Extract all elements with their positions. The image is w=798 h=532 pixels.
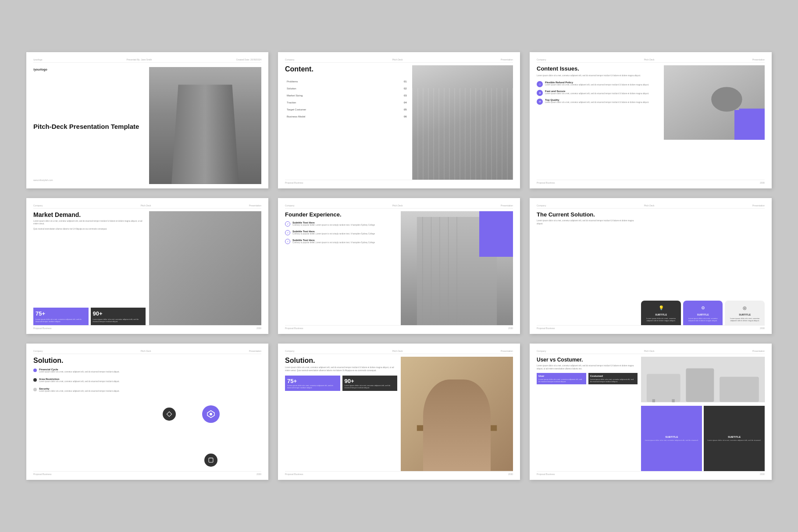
slide-8: Company Pitch Deck Presentation Solution… — [278, 344, 520, 480]
svg-rect-41 — [672, 399, 675, 402]
stat-card-1: 75+ Lorem ipsum dolor sit a met, connetu… — [33, 308, 89, 325]
slide-5-footer: Proposal Business 2030 — [285, 325, 513, 330]
building-graphic — [149, 67, 261, 184]
svg-point-3 — [711, 87, 742, 112]
slide-9-left: User vs Costumer. Lorem ipsum dolor sit … — [537, 357, 638, 471]
svg-rect-29 — [417, 426, 497, 431]
slide-2-footer: Proposal Business — [285, 180, 513, 184]
slide-4-image — [149, 211, 261, 326]
slide-9-title: User vs Costumer. — [537, 357, 638, 363]
slide-8-stats: 75+ Lorem ipsum dolor sit a met, connetu… — [285, 376, 397, 391]
people-image — [401, 357, 513, 471]
building-image-3 — [401, 211, 513, 326]
slide-8-image — [401, 357, 513, 471]
check-icon-1: ✓ — [285, 221, 290, 227]
svg-point-30 — [435, 398, 456, 419]
solution-text-2: Area Restriction Lorem ipsum dolor sit a… — [39, 378, 120, 383]
check-icon-3: ✓ — [285, 239, 290, 244]
feature-text-3: Top Quality Lorem ipsum dolor sit a met,… — [545, 99, 649, 104]
slide-2-image — [412, 65, 513, 180]
slide-2-presentation: Presentation — [501, 58, 513, 61]
slide-4: Company Pitch Deck Presentation Market D… — [26, 198, 268, 334]
slide-6-body: The Current Solution. Lorem ipsum dolor … — [537, 211, 765, 326]
gear-icon: ⚙ — [699, 304, 707, 312]
bulb-icon: 💡 — [657, 304, 665, 312]
feature-text-2: Fast and Secure Lorem ipsum dolor sit a … — [545, 90, 649, 95]
solution-text-3: Security Lorem ipsum dolor sit a met, co… — [39, 387, 120, 393]
diagram-left-node — [163, 408, 176, 421]
slide-1: /yourlogo Presented By: Jane Smith Creat… — [26, 52, 268, 188]
solution-card-dark: 💡 SUBTITLE Lorem ipsum dolor sit a met, … — [641, 301, 681, 325]
arch-image — [412, 65, 513, 180]
refund-icon: ◇ — [537, 81, 543, 87]
slide-2-body: Content. Problems01 Solution02 Market Si… — [285, 65, 513, 180]
subtitle-cards: SUBTITLE Lorem ipsum dolor sit a met, co… — [641, 406, 765, 471]
svg-rect-6 — [182, 223, 228, 325]
slide-6-header: Company Pitch Deck Presentation — [537, 204, 765, 209]
slide-9-footer: Proposal Business 2030 — [537, 471, 765, 475]
slide-5-right — [401, 211, 513, 326]
svg-rect-33 — [463, 414, 485, 440]
slide-2-company: Company — [285, 58, 294, 61]
solution-item-2: Area Restriction Lorem ipsum dolor sit a… — [33, 378, 157, 383]
table-row: Traction04 — [286, 99, 408, 106]
solution-item-3: Security Lorem ipsum dolor sit a met, co… — [33, 387, 157, 393]
purple-accent — [479, 211, 513, 257]
feature-item-2: ⊕ Fast and Secure Lorem ipsum dolor sit … — [537, 90, 660, 96]
slide-8-title: Solution. — [285, 357, 397, 365]
svg-marker-25 — [167, 411, 171, 416]
slide-7-left: Solution. Financial Cycle Lorem ipsum do… — [33, 357, 157, 471]
svg-rect-5 — [149, 211, 261, 326]
slide-3-left: Content Issues. Lorem ipsum dolor sit a … — [537, 65, 660, 180]
feature-item-3: ✉ Top Quality Lorem ipsum dolor sit a me… — [537, 99, 660, 105]
svg-rect-38 — [686, 369, 714, 402]
founder-item-2: ✓ Subtitle Text Here Contrary to popular… — [285, 230, 397, 235]
slide-6-right: 💡 SUBTITLE Lorem ipsum dolor sit a met, … — [641, 211, 765, 326]
slide-9: Company Pitch Deck Presentation User vs … — [530, 344, 772, 480]
slide-2-left: Content. Problems01 Solution02 Market Si… — [285, 65, 409, 180]
founder-text-3: Subtitle Text Here Contrary to popular b… — [292, 239, 375, 244]
slide-7: Company Pitch Deck Presentation Solution… — [26, 344, 268, 480]
slide-1-image — [149, 67, 261, 184]
slide-1-url: www.infostylish.com — [33, 179, 146, 181]
slide-2-title: Content. — [285, 65, 409, 73]
brain-icon: ◎ — [741, 304, 749, 312]
table-row: Business Model06 — [286, 113, 408, 120]
slide-3: Company Pitch Deck Presentation Content … — [530, 52, 772, 188]
diagram — [160, 357, 261, 471]
slide-3-title: Content Issues. — [537, 65, 660, 72]
feature-item-1: ◇ Flexible Refund Policy Lorem ipsum dol… — [537, 81, 660, 87]
svg-rect-28 — [401, 357, 513, 471]
slide-3-body: Content Issues. Lorem ipsum dolor sit a … — [537, 65, 765, 180]
svg-rect-37 — [647, 374, 680, 402]
svg-rect-2 — [739, 109, 765, 140]
solution-item-1: Financial Cycle Lorem ipsum dolor sit a … — [33, 368, 157, 373]
slide-5: Company Pitch Deck Presentation Founder … — [278, 198, 520, 334]
slide-9-header: Company Pitch Deck Presentation — [537, 350, 765, 354]
slide-2: Company Pitch Deck Presentation Content.… — [278, 52, 520, 188]
building-image-2 — [149, 211, 261, 326]
bullet-light — [33, 388, 37, 391]
slide-8-header: Company Pitch Deck Presentation — [285, 350, 513, 354]
slide-6-footer: Proposal Business 2030 — [537, 325, 765, 330]
slide-1-logo-text: /yourlogo — [33, 68, 146, 71]
slide-7-diagram — [160, 357, 261, 471]
secure-icon: ⊕ — [537, 90, 543, 96]
slide-4-title: Market Demand. — [33, 211, 146, 218]
slide-1-header: /yourlogo Presented By: Jane Smith Creat… — [33, 58, 261, 63]
svg-rect-35 — [444, 424, 467, 437]
svg-rect-31 — [435, 417, 456, 440]
feature-text-1: Flexible Refund Policy Lorem ipsum dolor… — [545, 81, 649, 86]
slide-2-pitch: Pitch Deck — [392, 58, 403, 61]
solution-text-1: Financial Cycle Lorem ipsum dolor sit a … — [39, 368, 120, 373]
quality-icon: ✉ — [537, 99, 543, 105]
slide-5-header: Company Pitch Deck Presentation — [285, 204, 513, 209]
slide-1-logo: /yourlogo — [33, 58, 43, 61]
slide-9-top-image — [641, 357, 765, 402]
slide-7-header: Company Pitch Deck Presentation — [33, 350, 261, 354]
stat-cards: 75+ Lorem ipsum dolor sit a met, connetu… — [33, 308, 146, 325]
check-icon-2: ✓ — [285, 230, 290, 235]
slide-5-image — [401, 211, 513, 326]
svg-point-24 — [210, 413, 212, 415]
slide-3-right — [664, 65, 765, 180]
